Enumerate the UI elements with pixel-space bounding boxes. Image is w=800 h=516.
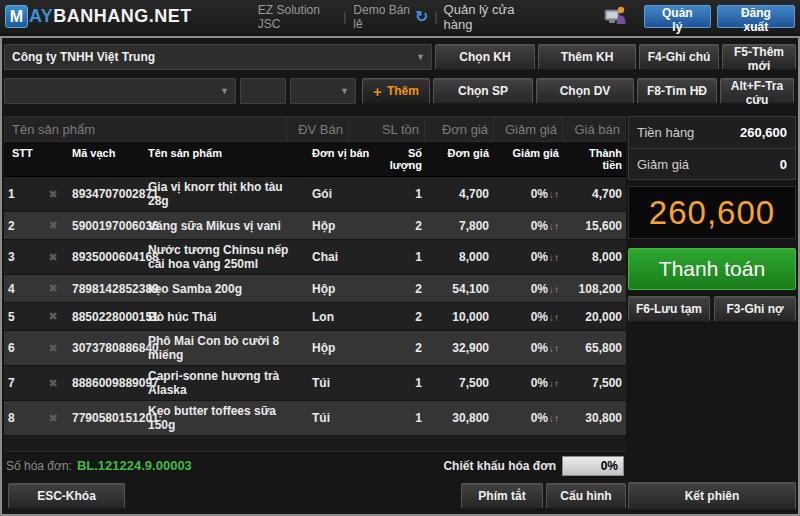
bottom-button-bar: ESC-Khóa Phím tắt Cấu hình — [4, 482, 626, 512]
table-row[interactable]: 4 ✖ 7898142852389 kẹo Samba 200g Hộp 2 5… — [4, 275, 626, 303]
customer-select[interactable]: Công ty TNHH Việt Trung ▼ — [4, 44, 432, 70]
row-discount[interactable]: 0%↓↑ — [493, 247, 563, 267]
row-discount[interactable]: 0%↓↑ — [493, 373, 563, 393]
row-index: 5 — [4, 307, 38, 327]
delete-row-icon[interactable]: ✖ — [38, 248, 68, 267]
delete-row-icon[interactable]: ✖ — [38, 374, 68, 393]
row-unit: Túi — [308, 373, 374, 393]
table-row[interactable]: 2 ✖ 5900197006036 Váng sữa Mikus vị vani… — [4, 212, 626, 240]
store-manage-link[interactable]: Quản lý cửa hàng — [444, 2, 526, 32]
row-discount[interactable]: 0%↓↑ — [493, 216, 563, 236]
config-button[interactable]: Cấu hình — [546, 483, 626, 509]
invoice-table-panel: Tên sản phẩm ĐV Bán SL tồn Đơn giá Giảm … — [4, 116, 626, 512]
row-discount[interactable]: 0%↓↑ — [493, 307, 563, 327]
row-discount[interactable]: 0%↓↑ — [493, 184, 563, 204]
refresh-icon[interactable]: ↻ — [415, 7, 428, 26]
row-discount[interactable]: 0%↓↑ — [493, 279, 563, 299]
table-row[interactable]: 6 ✖ 3073780886840 Phô Mai Con bò cười 8 … — [4, 331, 626, 366]
unit-select[interactable]: ▼ — [290, 78, 356, 104]
store-mode: Demo Bán lẻ — [353, 3, 415, 31]
row-unit: Lon — [308, 307, 374, 327]
note-button[interactable]: F4-Ghi chú — [639, 44, 719, 70]
table-row[interactable]: 1 ✖ 8934707002871 Gia vị knorr thịt kho … — [4, 177, 626, 212]
delete-row-icon[interactable]: ✖ — [38, 185, 68, 204]
row-discount[interactable]: 0%↓↑ — [493, 338, 563, 358]
manage-button[interactable]: Quản lý — [644, 5, 711, 28]
subtotal-row: Tiền hàng 260,600 — [629, 117, 795, 148]
add-item-button[interactable]: + Thêm — [362, 78, 430, 104]
row-quantity: 2 — [374, 338, 426, 358]
discount-up-icon[interactable]: ↑ — [554, 312, 559, 323]
end-session-button[interactable]: Kết phiên — [628, 482, 796, 510]
row-quantity: 2 — [374, 307, 426, 327]
save-temp-button[interactable]: F6-Lưu tạm — [628, 296, 710, 322]
logout-button[interactable]: Đăng xuất — [717, 5, 795, 28]
discount-up-icon[interactable]: ↑ — [554, 284, 559, 295]
col-price: Đơn giá — [426, 142, 493, 176]
product-filter-row[interactable]: Tên sản phẩm ĐV Bán SL tồn Đơn giá Giảm … — [4, 116, 626, 142]
row-unit-price: 4,700 — [426, 184, 493, 204]
row-unit-price: 30,800 — [426, 408, 493, 428]
table-row[interactable]: 8 ✖ 7790580151201 Kẹo butter toffees sữa… — [4, 401, 626, 436]
delete-row-icon[interactable]: ✖ — [38, 409, 68, 428]
table-row[interactable]: 7 ✖ 8886009889097 Capri-sonne hương trà … — [4, 366, 626, 401]
row-product-name: Gia vị knorr thịt kho tàu 28g — [144, 177, 308, 211]
row-unit-price: 10,000 — [426, 307, 493, 327]
debt-button[interactable]: F3-Ghi nợ — [714, 296, 796, 322]
row-discount-value: 0% — [531, 219, 548, 233]
chevron-down-icon: ▼ — [340, 86, 349, 96]
discount-up-icon[interactable]: ↑ — [554, 413, 559, 424]
app-logo[interactable]: M AY BANHANG.NET — [5, 5, 192, 28]
add-customer-button[interactable]: Thêm KH — [538, 44, 636, 70]
delete-row-icon[interactable]: ✖ — [38, 216, 68, 235]
table-row[interactable]: 3 ✖ 8935000604168 Nước tương Chinsu nếp … — [4, 240, 626, 275]
row-product-name: Kẹo butter toffees sữa 150g — [144, 401, 308, 435]
row-product-name: Nước tương Chinsu nếp cái hoa vàng 250ml — [144, 240, 308, 274]
row-quantity: 2 — [374, 216, 426, 236]
title-separator: | — [343, 10, 346, 24]
find-invoice-button[interactable]: F8-Tìm HĐ — [637, 78, 717, 104]
logo-text-rest: BANHANG.NET — [53, 6, 192, 27]
invoice-discount-input[interactable] — [562, 456, 624, 476]
product-select[interactable]: ▼ — [4, 78, 236, 104]
row-unit: Hộp — [308, 279, 374, 299]
discount-up-icon[interactable]: ↑ — [554, 189, 559, 200]
sidebar-empty-space — [628, 322, 796, 482]
discount-up-icon[interactable]: ↑ — [554, 252, 559, 263]
row-index: 2 — [4, 216, 38, 236]
filter-sale-price: Giá bán — [562, 117, 625, 141]
row-discount-value: 0% — [531, 282, 548, 296]
discount-up-icon[interactable]: ↑ — [554, 343, 559, 354]
row-discount-value: 0% — [531, 310, 548, 324]
top-bar-right: ↻ | Quản lý cửa hàng Quản lý Đăng xuất — [415, 2, 795, 32]
delete-row-icon[interactable]: ✖ — [38, 307, 68, 326]
shortcuts-button[interactable]: Phím tắt — [461, 483, 543, 509]
discount-up-icon[interactable]: ↑ — [554, 378, 559, 389]
row-quantity: 1 — [374, 247, 426, 267]
choose-service-button[interactable]: Chọn DV — [536, 78, 634, 104]
row-unit: Chai — [308, 247, 374, 267]
delete-row-icon[interactable]: ✖ — [38, 279, 68, 298]
discount-up-icon[interactable]: ↑ — [554, 221, 559, 232]
col-qty: Số lượng — [374, 142, 426, 176]
logo-text-ay: AY — [29, 6, 53, 27]
col-discount: Giảm giá — [493, 142, 563, 176]
row-unit-price: 32,900 — [426, 338, 493, 358]
lookup-button[interactable]: Alt+F-Tra cứu — [720, 78, 794, 104]
new-invoice-button[interactable]: F5-Thêm mới — [722, 44, 796, 70]
row-total: 15,600 — [563, 216, 626, 236]
discount-row: Giảm giá 0 — [629, 148, 795, 179]
user-icon[interactable] — [604, 5, 628, 29]
content-area: Tên sản phẩm ĐV Bán SL tồn Đơn giá Giảm … — [4, 116, 796, 512]
grand-total-display: 260,600 — [628, 186, 796, 239]
quantity-input[interactable] — [240, 78, 286, 104]
row-discount[interactable]: 0%↓↑ — [493, 408, 563, 428]
choose-customer-button[interactable]: Chọn KH — [435, 44, 535, 70]
lock-button[interactable]: ESC-Khóa — [8, 483, 125, 509]
table-row[interactable]: 5 ✖ 8850228000151 Bò húc Thái Lon 2 10,0… — [4, 303, 626, 331]
delete-row-icon[interactable]: ✖ — [38, 339, 68, 358]
filter-stock: SL tồn — [348, 117, 424, 141]
choose-product-button[interactable]: Chọn SP — [433, 78, 533, 104]
pay-button[interactable]: Thanh toán — [628, 248, 796, 290]
row-discount-value: 0% — [531, 411, 548, 425]
